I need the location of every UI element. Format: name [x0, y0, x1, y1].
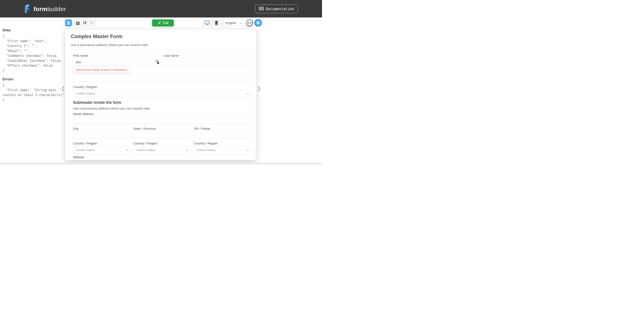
data-json-view: { "First name": "test", "Country 1": "",…: [2, 34, 66, 73]
password-manager-icon[interactable]: [155, 60, 159, 65]
data-panel-title: Data: [2, 28, 62, 32]
desktop-icon: [205, 21, 210, 25]
city-input[interactable]: [73, 131, 131, 139]
desktop-preview-button[interactable]: [204, 20, 210, 26]
last-name-field-group: Last name: [164, 54, 252, 73]
chevron-down-icon: [246, 91, 249, 95]
formbuilder-logo-icon: [24, 4, 31, 14]
country-3-label: Country / Region: [133, 142, 191, 145]
state-field-group: State / Province: [133, 127, 191, 139]
undo-button[interactable]: ↺: [82, 20, 88, 26]
zip-label: ZIP / Postal: [194, 127, 252, 130]
errors-panel-title: Errors: [2, 77, 62, 81]
menu-button[interactable]: [65, 20, 72, 27]
form-subheader-note: Use a permanent address where you can re…: [73, 107, 252, 110]
country-4-field-group: Country / Region United States: [194, 142, 252, 153]
chevron-down-icon: [126, 148, 128, 152]
country-1-value: United States: [76, 92, 95, 95]
country-2-value: United States: [76, 148, 95, 152]
street-field-group: Street address: [73, 112, 252, 124]
city-label: City: [73, 127, 131, 130]
country-1-select[interactable]: United States: [73, 90, 252, 97]
website-label: Website: [73, 155, 252, 159]
chevron-down-icon: [240, 21, 242, 25]
country-3-select[interactable]: United States: [133, 146, 191, 153]
expand-right-chevron-icon[interactable]: [258, 86, 261, 93]
chevron-down-icon: [186, 148, 189, 152]
brand-name: formbuilder: [34, 6, 66, 13]
rows-icon: [259, 7, 264, 11]
country-3-field-group: Country / Region United States: [133, 142, 191, 153]
chevron-down-icon: [246, 148, 249, 152]
phone-preview-button[interactable]: [214, 20, 219, 26]
gear-icon: [256, 21, 260, 25]
page-bottom-strip: [0, 163, 322, 165]
zip-field-group: ZIP / Postal: [194, 127, 252, 139]
redo-button[interactable]: ↻: [89, 20, 95, 26]
form-subtitle: Use a permanent address where you can re…: [71, 43, 256, 47]
state-label: State / Province: [133, 127, 191, 130]
country-1-label: Country / Region: [73, 85, 252, 89]
language-select[interactable]: English: [223, 19, 244, 27]
street-address-label: Street address: [73, 112, 252, 116]
country-4-select[interactable]: United States: [194, 146, 252, 153]
zip-input[interactable]: [194, 131, 252, 139]
edit-button[interactable]: Edit: [152, 20, 174, 27]
about-input[interactable]: [73, 74, 252, 82]
view-code-button[interactable]: </>: [246, 20, 253, 27]
paintbrush-icon: [158, 21, 161, 25]
country-4-label: Country / Region: [194, 142, 252, 145]
brand-name-light: builder: [47, 6, 66, 12]
website-input[interactable]: [73, 160, 252, 160]
street-address-input[interactable]: [73, 117, 252, 124]
country-2-label: Country / Region: [73, 142, 131, 145]
history-toolbar: ↺ ↻: [73, 19, 96, 27]
country-2-select[interactable]: United States: [73, 146, 131, 153]
country-2-field-group: Country / Region United States: [73, 142, 131, 153]
form-preview-card: Complex Master Form Use a permanent addr…: [65, 29, 257, 160]
errors-json-view: { "First name": "String must contain at …: [2, 83, 66, 103]
settings-button[interactable]: [254, 19, 262, 27]
navbar: formbuilder Documentation: [0, 0, 322, 18]
collapse-left-chevron-icon[interactable]: [61, 86, 64, 93]
documentation-label: Documentation: [266, 7, 294, 11]
validation-tooltip: String must contain at least 5 character…: [73, 67, 130, 73]
app: formbuilder Documentation ↺: [0, 0, 322, 165]
city-field-group: City: [73, 127, 131, 139]
form-subheader: Subheader inside the form: [73, 100, 252, 105]
redo-icon: ↻: [90, 21, 94, 25]
edit-label: Edit: [163, 21, 169, 25]
country-3-value: United States: [136, 148, 155, 152]
first-name-input[interactable]: [73, 58, 161, 66]
first-name-field-group: First name String must: [73, 54, 161, 73]
form-title: Complex Master Form: [71, 34, 256, 40]
state-input[interactable]: [133, 131, 191, 139]
country-1-field-group: Country / Region United States: [73, 85, 252, 97]
phone-icon: [215, 21, 218, 25]
form-fields-panel: First name String must: [69, 50, 256, 160]
save-button[interactable]: [75, 20, 81, 26]
country-4-value: United States: [196, 148, 216, 152]
brand: formbuilder: [24, 4, 66, 14]
save-icon: [76, 21, 80, 25]
documentation-button[interactable]: Documentation: [255, 5, 298, 13]
undo-icon: ↺: [83, 21, 87, 25]
website-field-group: Website: [73, 155, 252, 160]
first-name-label: First name: [73, 54, 161, 57]
last-name-input[interactable]: [164, 58, 252, 66]
language-selected-value: English: [226, 21, 236, 25]
last-name-label: Last name: [164, 54, 252, 57]
code-icon: </>: [247, 22, 252, 25]
brand-name-bold: form: [34, 6, 47, 12]
sidebar: Data { "First name": "test", "Country 1"…: [0, 18, 64, 103]
